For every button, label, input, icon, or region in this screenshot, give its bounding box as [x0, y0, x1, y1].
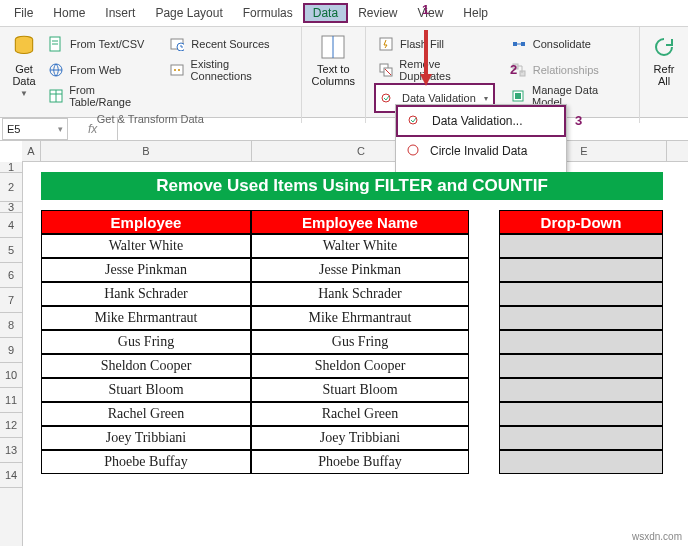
row-7[interactable]: 7 — [0, 288, 22, 313]
cell-employee-9[interactable]: Gus Fring — [41, 330, 251, 354]
svg-point-29 — [408, 145, 418, 155]
cell-employee-7[interactable]: Hank Schrader — [41, 282, 251, 306]
row-6[interactable]: 6 — [0, 263, 22, 288]
dd-data-validation[interactable]: Data Validation... — [396, 105, 566, 137]
row-1[interactable]: 1 — [0, 162, 22, 173]
cell-employee-13[interactable]: Joey Tribbiani — [41, 426, 251, 450]
row-8[interactable]: 8 — [0, 313, 22, 338]
cell-dropdown-10[interactable] — [499, 354, 663, 378]
cells-area[interactable]: Remove Used Items Using FILTER and COUNT… — [23, 162, 663, 546]
refresh-all-label: Refr All — [654, 63, 675, 87]
cell-dropdown-13[interactable] — [499, 426, 663, 450]
ribbon-group-label-get-transform: Get & Transform Data — [8, 109, 293, 125]
flash-fill-button[interactable]: Flash Fill — [374, 31, 495, 57]
from-table-range-button[interactable]: From Table/Range — [44, 83, 159, 109]
menu-file[interactable]: File — [4, 3, 43, 23]
col-B[interactable]: B — [41, 141, 252, 161]
cell-dropdown-12[interactable] — [499, 402, 663, 426]
svg-rect-20 — [513, 42, 517, 46]
from-text-csv-button[interactable]: From Text/CSV — [44, 31, 159, 57]
dd-circle-invalid[interactable]: Circle Invalid Data — [396, 137, 566, 165]
row-10[interactable]: 10 — [0, 363, 22, 388]
cell-employee-name-13[interactable]: Joey Tribbiani — [251, 426, 469, 450]
row-12[interactable]: 12 — [0, 413, 22, 438]
menu-review[interactable]: Review — [348, 3, 407, 23]
row-2[interactable]: 2 — [0, 173, 22, 202]
dd-data-validation-label: Data Validation... — [432, 114, 523, 128]
svg-rect-25 — [515, 93, 521, 99]
chevron-down-icon: ▾ — [484, 94, 488, 103]
flash-fill-icon — [378, 36, 394, 52]
cell-dropdown-11[interactable] — [499, 378, 663, 402]
cell-employee-name-7[interactable]: Hank Schrader — [251, 282, 469, 306]
from-web-button[interactable]: From Web — [44, 57, 159, 83]
cell-dropdown-14[interactable] — [499, 450, 663, 474]
svg-point-19 — [382, 94, 390, 102]
menu-help[interactable]: Help — [453, 3, 498, 23]
cell-employee-10[interactable]: Sheldon Cooper — [41, 354, 251, 378]
menu-formulas[interactable]: Formulas — [233, 3, 303, 23]
cell-employee-name-6[interactable]: Jesse Pinkman — [251, 258, 469, 282]
cell-dropdown-9[interactable] — [499, 330, 663, 354]
cell-employee-8[interactable]: Mike Ehrmantraut — [41, 306, 251, 330]
cell-employee-12[interactable]: Rachel Green — [41, 402, 251, 426]
dd-circle-invalid-label: Circle Invalid Data — [430, 144, 527, 158]
cell-employee-name-14[interactable]: Phoebe Buffay — [251, 450, 469, 474]
svg-rect-10 — [171, 65, 183, 75]
relationships-label: Relationships — [533, 64, 599, 76]
remove-duplicates-button[interactable]: Remove Duplicates — [374, 57, 495, 83]
from-table-range-label: From Table/Range — [69, 84, 155, 108]
menu-page-layout[interactable]: Page Layout — [145, 3, 232, 23]
menu-home[interactable]: Home — [43, 3, 95, 23]
cell-employee-name-9[interactable]: Gus Fring — [251, 330, 469, 354]
row-9[interactable]: 9 — [0, 338, 22, 363]
cell-employee-name-12[interactable]: Rachel Green — [251, 402, 469, 426]
cell-dropdown-6[interactable] — [499, 258, 663, 282]
cell-dropdown-5[interactable] — [499, 234, 663, 258]
row-headers: 1234567891011121314 — [0, 162, 23, 546]
cell-employee-name-11[interactable]: Stuart Bloom — [251, 378, 469, 402]
cell-employee-11[interactable]: Stuart Bloom — [41, 378, 251, 402]
cell-employee-6[interactable]: Jesse Pinkman — [41, 258, 251, 282]
recent-sources-button[interactable]: Recent Sources — [165, 31, 292, 57]
header-dropdown[interactable]: Drop-Down — [499, 210, 663, 234]
text-to-columns-button[interactable]: Text to Columns — [310, 31, 357, 89]
relationships-button: Relationships — [507, 57, 631, 83]
database-icon — [10, 33, 38, 61]
cell-employee-name-5[interactable]: Walter White — [251, 234, 469, 258]
cell-employee-5[interactable]: Walter White — [41, 234, 251, 258]
cell-employee-14[interactable]: Phoebe Buffay — [41, 450, 251, 474]
row-3[interactable]: 3 — [0, 202, 22, 213]
menu-data[interactable]: Data — [303, 3, 348, 23]
row-11[interactable]: 11 — [0, 388, 22, 413]
cell-dropdown-7[interactable] — [499, 282, 663, 306]
data-model-icon — [511, 88, 526, 104]
row-13[interactable]: 13 — [0, 438, 22, 463]
header-employee-name[interactable]: Employee Name — [251, 210, 469, 234]
cell-employee-name-10[interactable]: Sheldon Cooper — [251, 354, 469, 378]
refresh-icon — [650, 33, 678, 61]
header-employee[interactable]: Employee — [41, 210, 251, 234]
spreadsheet-grid: A B C D E 1234567891011121314 Remove Use… — [0, 141, 688, 546]
col-A[interactable]: A — [22, 141, 41, 161]
refresh-all-button[interactable]: Refr All — [648, 31, 680, 89]
menu-insert[interactable]: Insert — [95, 3, 145, 23]
ribbon-group-text-to-columns: Text to Columns — [302, 27, 366, 123]
svg-rect-21 — [521, 42, 525, 46]
row-4[interactable]: 4 — [0, 213, 22, 238]
table-icon — [48, 88, 63, 104]
text-to-columns-icon — [319, 33, 347, 61]
row-14[interactable]: 14 — [0, 463, 22, 488]
chevron-down-icon: ▼ — [20, 89, 28, 98]
get-data-button[interactable]: Get Data ▼ — [8, 31, 40, 100]
svg-rect-15 — [380, 38, 392, 50]
annotation-step1: 1 — [422, 2, 429, 17]
consolidate-icon — [511, 36, 527, 52]
menu-view[interactable]: View — [408, 3, 454, 23]
globe-icon — [48, 62, 64, 78]
consolidate-button[interactable]: Consolidate — [507, 31, 631, 57]
row-5[interactable]: 5 — [0, 238, 22, 263]
cell-employee-name-8[interactable]: Mike Ehrmantraut — [251, 306, 469, 330]
cell-dropdown-8[interactable] — [499, 306, 663, 330]
existing-connections-button[interactable]: Existing Connections — [165, 57, 292, 83]
